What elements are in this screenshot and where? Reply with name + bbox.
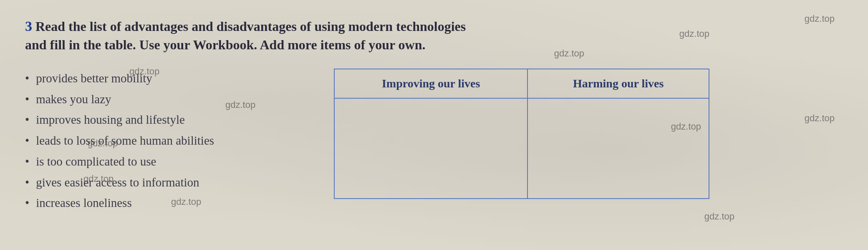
list-item: provides better mobility xyxy=(25,71,309,87)
question-header: 3Read the list of advantages and disadva… xyxy=(25,17,843,54)
table-header-improving: Improving our lives xyxy=(334,69,527,98)
question-number: 3 xyxy=(25,18,32,34)
bullet-list: provides better mobility makes you lazy … xyxy=(25,71,309,211)
question-text: 3Read the list of advantages and disadva… xyxy=(25,17,526,54)
question-body: Read the list of advantages and disadvan… xyxy=(25,19,466,52)
list-item: increases loneliness xyxy=(25,195,309,211)
content-wrapper: 3Read the list of advantages and disadva… xyxy=(0,0,868,250)
list-item: is too complicated to use xyxy=(25,154,309,170)
table-cell-improving[interactable] xyxy=(334,98,527,199)
table-cell-harming[interactable] xyxy=(527,98,709,199)
list-item: makes you lazy xyxy=(25,92,309,107)
table-section: Improving our lives Harming our lives xyxy=(334,66,843,237)
list-item: gives easier access to information xyxy=(25,175,309,191)
list-item: leads to loss of some human abilities xyxy=(25,133,309,149)
table-header-harming: Harming our lives xyxy=(527,69,709,98)
main-content: provides better mobility makes you lazy … xyxy=(25,66,843,237)
list-item: improves housing and lifestyle xyxy=(25,112,309,128)
comparison-table: Improving our lives Harming our lives xyxy=(334,69,709,199)
bullet-list-section: provides better mobility makes you lazy … xyxy=(25,66,309,237)
